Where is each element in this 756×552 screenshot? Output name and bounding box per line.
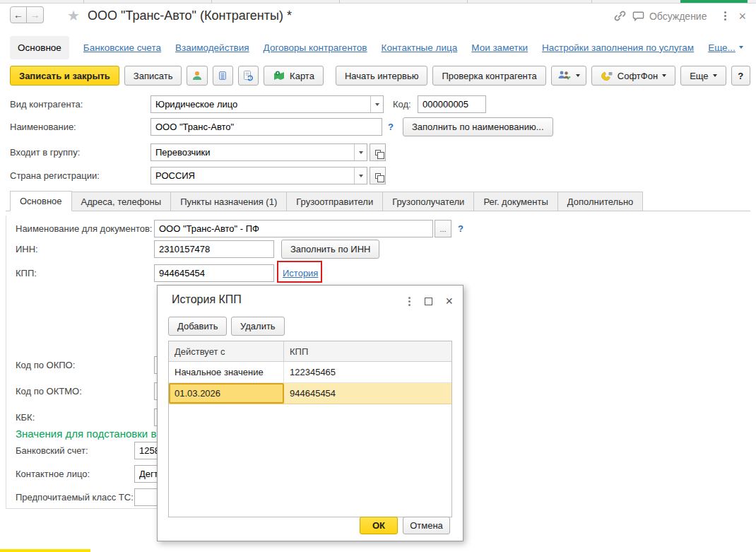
- column-header-valid-from[interactable]: Действует с: [169, 341, 284, 361]
- cell-kpp[interactable]: 122345465: [284, 362, 451, 382]
- app-window: ← → ★ ООО "Транс-Авто" (Контрагенты) * О…: [0, 0, 756, 552]
- counterparty-check-button[interactable]: Проверка контрагента: [432, 66, 545, 86]
- nav-item-notes[interactable]: Мои заметки: [471, 42, 528, 53]
- chevron-down-icon: [713, 74, 717, 77]
- nav-item-service-settings[interactable]: Настройки заполнения по услугам: [542, 42, 694, 53]
- nav-item-interactions[interactable]: Взаимодействия: [175, 42, 249, 53]
- column-header-kpp[interactable]: КПП: [284, 341, 451, 361]
- status-hint-strip: [0, 549, 90, 552]
- kind-input[interactable]: [151, 96, 370, 112]
- discussion-button[interactable]: Обсуждение: [632, 10, 707, 22]
- load-document-button[interactable]: [238, 66, 259, 86]
- cell-valid-from[interactable]: Начальное значение: [169, 362, 284, 382]
- nav-item-bank-accounts[interactable]: Банковские счета: [83, 42, 161, 53]
- list-button[interactable]: [213, 66, 233, 86]
- tab-additional[interactable]: Дополнительно: [558, 192, 644, 211]
- chevron-down-icon: [662, 74, 666, 77]
- open-form-icon: [375, 150, 381, 155]
- tab-reg-documents[interactable]: Рег. документы: [474, 192, 557, 211]
- dialog-window-controls: ×: [407, 295, 453, 307]
- detail-tabs: Основное Адреса, телефоны Пункты назначе…: [10, 191, 643, 211]
- fill-by-inn-button[interactable]: Заполнить по ИНН: [281, 240, 379, 259]
- maximize-icon[interactable]: [425, 298, 432, 305]
- country-dropdown-icon[interactable]: [354, 168, 367, 184]
- dialog-close-icon[interactable]: ×: [445, 295, 453, 307]
- ok-button[interactable]: ОК: [360, 517, 398, 534]
- delete-row-button[interactable]: Удалить: [231, 317, 285, 336]
- window-menu-icon[interactable]: [723, 10, 728, 22]
- doc-name-ellipsis-button[interactable]: ...: [435, 220, 451, 237]
- start-interview-button[interactable]: Начать интервью: [336, 66, 428, 86]
- fill-by-name-button[interactable]: Заполнить по наименованию...: [403, 117, 553, 136]
- tab-destinations[interactable]: Пункты назначения (1): [171, 192, 287, 211]
- more-button[interactable]: Еще: [680, 66, 726, 86]
- tab-shippers[interactable]: Грузоотправители: [287, 192, 383, 211]
- table-row[interactable]: Начальное значение 122345465: [169, 362, 451, 383]
- nav-item-contacts[interactable]: Контактные лица: [382, 42, 458, 53]
- person-icon: [191, 70, 203, 81]
- map-button[interactable]: Карта: [264, 66, 324, 86]
- name-label: Наименование:: [10, 118, 76, 136]
- back-button[interactable]: ←: [10, 6, 27, 23]
- group-label: Входит в группу:: [10, 143, 80, 161]
- nav-item-contracts[interactable]: Договоры контрагентов: [264, 42, 367, 53]
- cancel-button[interactable]: Отмена: [403, 517, 450, 534]
- save-button[interactable]: Записать: [124, 66, 182, 86]
- inn-label: ИНН:: [16, 240, 38, 258]
- tab-main[interactable]: Основное: [10, 191, 72, 211]
- contact-person-button[interactable]: [187, 66, 207, 86]
- form-toolbar: Записать и закрыть Записать: [0, 65, 756, 86]
- country-open-button[interactable]: [370, 167, 386, 184]
- save-and-close-button[interactable]: Записать и закрыть: [10, 66, 119, 86]
- tab-consignees[interactable]: Грузополучатели: [383, 192, 474, 211]
- nav-item-main[interactable]: Основное: [10, 36, 69, 59]
- softfon-dropdown-button[interactable]: СофтФон: [591, 66, 675, 86]
- forward-button[interactable]: →: [27, 6, 44, 23]
- okpo-label: Код по ОКПО:: [16, 356, 75, 374]
- dialog-menu-icon[interactable]: [407, 295, 412, 307]
- list-icon: [217, 70, 228, 81]
- map-icon: [273, 70, 285, 81]
- window-close-icon[interactable]: ×: [738, 10, 746, 23]
- group-input[interactable]: [151, 144, 354, 160]
- kpp-history-table: Действует с КПП Начальное значение 12234…: [168, 341, 452, 517]
- country-combo: [150, 167, 367, 184]
- help-button[interactable]: ?: [731, 66, 750, 86]
- nav-item-more[interactable]: Еще...: [708, 42, 743, 53]
- history-nav: ← →: [10, 6, 44, 23]
- tab-addresses[interactable]: Адреса, телефоны: [72, 192, 172, 211]
- document-transfer-icon: [242, 70, 254, 81]
- group-open-button[interactable]: [370, 143, 386, 161]
- kpp-input[interactable]: [154, 264, 274, 282]
- section-nav: Основное Банковские счета Взаимодействия…: [0, 33, 756, 62]
- table-row-selected[interactable]: 01.03.2026 944645454: [169, 383, 451, 404]
- discussion-bubble-icon: [632, 10, 645, 22]
- cell-valid-from-selected[interactable]: 01.03.2026: [169, 383, 284, 404]
- chevron-down-icon: [739, 46, 743, 49]
- active-tab-indicator: [680, 0, 748, 3]
- group-dropdown-icon[interactable]: [354, 144, 367, 160]
- name-help-icon[interactable]: ?: [388, 122, 394, 132]
- get-link-icon[interactable]: [613, 9, 627, 23]
- dialog-title: История КПП: [172, 293, 242, 306]
- inn-input[interactable]: [154, 240, 274, 258]
- substitution-section-heading: Значения для подстановки в: [16, 428, 157, 440]
- country-input[interactable]: [151, 168, 354, 184]
- kpp-label: КПП:: [16, 264, 37, 282]
- people-add-icon: [557, 70, 572, 81]
- kpp-history-link[interactable]: История: [283, 268, 318, 278]
- group-frame-left-border: [6, 216, 6, 508]
- kind-dropdown-icon[interactable]: [370, 96, 383, 112]
- add-contact-dropdown-button[interactable]: [551, 66, 586, 86]
- doc-name-help-icon[interactable]: ?: [458, 223, 463, 234]
- kpp-history-dialog: История КПП × Добавить Удалить Действует…: [157, 285, 463, 541]
- doc-name-input[interactable]: [154, 220, 433, 237]
- code-input[interactable]: [418, 95, 486, 113]
- name-input[interactable]: [150, 118, 382, 136]
- favorite-star-icon[interactable]: ★: [67, 7, 80, 24]
- page-title: ООО "Транс-Авто" (Контрагенты) *: [88, 8, 292, 23]
- open-form-icon: [375, 173, 381, 179]
- kind-label: Вид контрагента:: [10, 95, 83, 113]
- cell-kpp-selected[interactable]: 944645454: [284, 383, 451, 404]
- add-row-button[interactable]: Добавить: [168, 317, 227, 336]
